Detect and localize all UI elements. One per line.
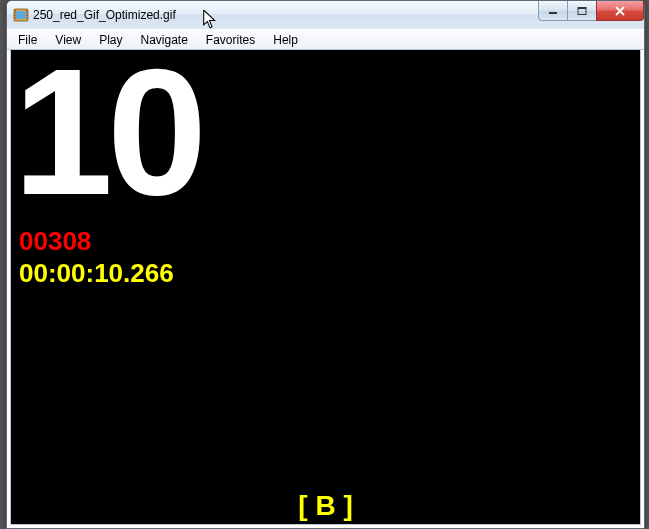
- window-controls: [539, 1, 644, 21]
- svg-rect-1: [16, 11, 26, 19]
- menu-navigate[interactable]: Navigate: [131, 31, 196, 49]
- window-title: 250_red_Gif_Optimized.gif: [33, 8, 176, 22]
- bottom-marker: [ B ]: [11, 490, 640, 522]
- timecode: 00:00:10.266: [19, 258, 174, 289]
- minimize-button[interactable]: [538, 1, 568, 21]
- close-button[interactable]: [596, 1, 644, 21]
- video-viewport[interactable]: 10 00308 00:00:10.266 [ B ]: [10, 50, 641, 525]
- menu-favorites[interactable]: Favorites: [197, 31, 264, 49]
- maximize-icon: [577, 6, 587, 16]
- menu-play[interactable]: Play: [90, 31, 131, 49]
- app-icon: [13, 7, 29, 23]
- menubar: File View Play Navigate Favorites Help: [7, 29, 644, 50]
- menu-file[interactable]: File: [9, 31, 46, 49]
- svg-rect-2: [15, 10, 16, 11]
- maximize-button[interactable]: [567, 1, 597, 21]
- close-icon: [614, 6, 626, 16]
- minimize-icon: [548, 7, 558, 15]
- svg-rect-9: [26, 18, 27, 19]
- frame-counter: 00308: [19, 226, 91, 257]
- menu-help[interactable]: Help: [264, 31, 307, 49]
- svg-rect-8: [26, 15, 27, 16]
- app-window: 250_red_Gif_Optimized.gif File View Play…: [6, 0, 645, 529]
- countdown-number: 10: [13, 50, 201, 222]
- svg-rect-3: [15, 13, 16, 14]
- svg-rect-5: [15, 18, 16, 19]
- svg-rect-4: [15, 15, 16, 16]
- titlebar[interactable]: 250_red_Gif_Optimized.gif: [7, 1, 644, 29]
- svg-rect-7: [26, 13, 27, 14]
- svg-rect-6: [26, 10, 27, 11]
- menu-view[interactable]: View: [46, 31, 90, 49]
